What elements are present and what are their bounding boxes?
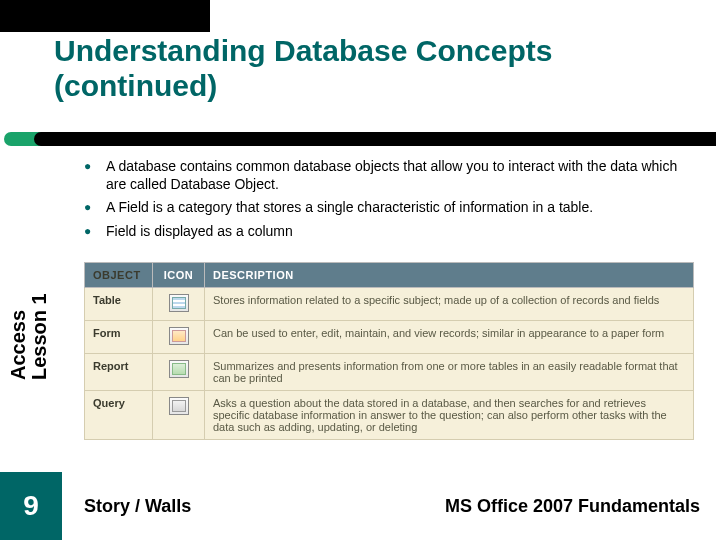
cell-icon: [153, 354, 205, 391]
bullet-list: A database contains common database obje…: [84, 158, 684, 246]
bullet-item: Field is displayed as a column: [84, 223, 684, 241]
cell-description: Stores information related to a specific…: [205, 288, 694, 321]
table-header-row: OBJECT ICON DESCRIPTION: [85, 263, 694, 288]
footer-right: MS Office 2007 Fundamentals: [445, 496, 700, 517]
cell-object: Table: [85, 288, 153, 321]
bullet-item: A Field is a category that stores a sing…: [84, 199, 684, 217]
table-row: Table Stores information related to a sp…: [85, 288, 694, 321]
cell-icon: [153, 288, 205, 321]
form-icon: [169, 327, 189, 345]
report-icon: [169, 360, 189, 378]
side-label: Access Lesson 1: [8, 293, 50, 380]
divider-black: [34, 132, 716, 146]
slide-title: Understanding Database Concepts (continu…: [54, 34, 694, 103]
footer-left: Story / Walls: [84, 496, 191, 517]
col-header-description: DESCRIPTION: [205, 263, 694, 288]
cell-description: Summarizes and presents information from…: [205, 354, 694, 391]
bullet-text: A Field is a category that stores a sing…: [106, 199, 593, 215]
slide-number: 9: [0, 472, 62, 540]
bullet-text: A database contains common database obje…: [106, 158, 677, 192]
col-header-icon: ICON: [153, 263, 205, 288]
table-icon: [169, 294, 189, 312]
query-icon: [169, 397, 189, 415]
bullet-item: A database contains common database obje…: [84, 158, 684, 193]
cell-object: Query: [85, 391, 153, 440]
cell-object: Report: [85, 354, 153, 391]
slide: Understanding Database Concepts (continu…: [0, 0, 720, 540]
table-row: Query Asks a question about the data sto…: [85, 391, 694, 440]
table-row: Report Summarizes and presents informati…: [85, 354, 694, 391]
objects-table: OBJECT ICON DESCRIPTION Table Stores inf…: [84, 262, 694, 440]
cell-object: Form: [85, 321, 153, 354]
cell-icon: [153, 391, 205, 440]
cell-icon: [153, 321, 205, 354]
table-row: Form Can be used to enter, edit, maintai…: [85, 321, 694, 354]
title-accent-bar: [0, 0, 210, 32]
cell-description: Asks a question about the data stored in…: [205, 391, 694, 440]
col-header-object: OBJECT: [85, 263, 153, 288]
cell-description: Can be used to enter, edit, maintain, an…: [205, 321, 694, 354]
bullet-text: Field is displayed as a column: [106, 223, 293, 239]
